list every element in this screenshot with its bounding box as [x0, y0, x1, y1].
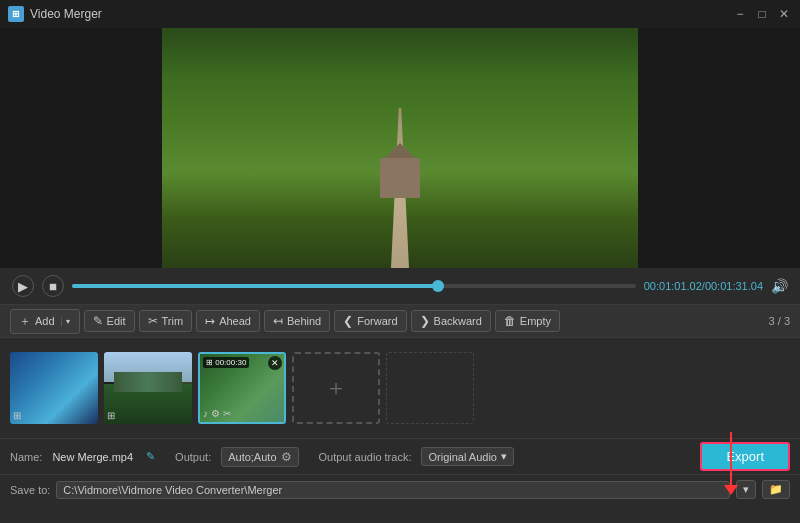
video-area — [0, 28, 800, 268]
clip-item[interactable]: ⊞ — [10, 352, 98, 424]
empty-button[interactable]: 🗑 Empty — [495, 310, 560, 332]
output-label: Output: — [175, 451, 211, 463]
bottom-bar: Name: New Merge.mp4 ✎ Output: Auto;Auto … — [0, 438, 800, 474]
clips-area: ⊞ ⊞ ⊞ 00:00:30 ✕ ♪ ⚙ ✂ ＋ — [0, 338, 800, 438]
forward-icon: ❮ — [343, 314, 353, 328]
app-icon-glyph: ⊞ — [12, 9, 20, 19]
count-badge: 3 / 3 — [769, 315, 790, 327]
audio-select[interactable]: Original Audio ▾ — [421, 447, 514, 466]
behind-icon: ↤ — [273, 314, 283, 328]
add-dropdown-arrow[interactable]: ▾ — [61, 317, 75, 326]
clip-item-selected[interactable]: ⊞ 00:00:30 ✕ ♪ ⚙ ✂ — [198, 352, 286, 424]
backward-label: Backward — [434, 315, 482, 327]
window-controls: − □ ✕ — [732, 6, 792, 22]
backward-button[interactable]: ❯ Backward — [411, 310, 491, 332]
output-select[interactable]: Auto;Auto ⚙ — [221, 447, 298, 467]
time-display: 00:01:01.02/00:01:31.04 — [644, 280, 763, 292]
progress-thumb — [432, 280, 444, 292]
ahead-label: Ahead — [219, 315, 251, 327]
title-bar: ⊞ Video Merger − □ ✕ — [0, 0, 800, 28]
forward-button[interactable]: ❮ Forward — [334, 310, 406, 332]
maximize-button[interactable]: □ — [754, 6, 770, 22]
add-clip-icon: ＋ — [325, 373, 347, 403]
export-button[interactable]: Export — [700, 442, 790, 471]
edit-label: Edit — [107, 315, 126, 327]
add-button[interactable]: ＋ Add ▾ — [10, 309, 80, 334]
clip-audio-icon: ♪ — [203, 408, 208, 419]
clip-grid-icon: ⊞ — [107, 410, 115, 421]
audio-dropdown-icon: ▾ — [501, 450, 507, 463]
play-button[interactable]: ▶ — [12, 275, 34, 297]
clip-timecode: ⊞ 00:00:30 — [203, 357, 249, 368]
progress-filled — [72, 284, 438, 288]
output-value: Auto;Auto — [228, 451, 276, 463]
empty-icon: 🗑 — [504, 314, 516, 328]
video-preview — [162, 28, 638, 268]
toolbar: ＋ Add ▾ ✎ Edit ✂ Trim ↦ Ahead ↤ Behind ❮… — [0, 304, 800, 338]
stop-icon: ■ — [49, 279, 57, 294]
clip-cut-icon: ✂ — [223, 408, 231, 419]
output-gear-icon: ⚙ — [281, 450, 292, 464]
name-value: New Merge.mp4 — [52, 451, 133, 463]
controls-bar: ▶ ■ 00:01:01.02/00:01:31.04 🔊 — [0, 268, 800, 304]
close-button[interactable]: ✕ — [776, 6, 792, 22]
stop-button[interactable]: ■ — [42, 275, 64, 297]
clip-2-icons: ⊞ — [107, 410, 115, 421]
forward-label: Forward — [357, 315, 397, 327]
edit-icon: ✎ — [93, 314, 103, 328]
save-to-label: Save to: — [10, 484, 50, 496]
ahead-button[interactable]: ↦ Ahead — [196, 310, 260, 332]
trim-icon: ✂ — [148, 314, 158, 328]
clip-1-icons: ⊞ — [13, 410, 21, 421]
browse-folder-button[interactable]: 📁 — [762, 480, 790, 499]
minimize-button[interactable]: − — [732, 6, 748, 22]
save-path-display: C:\Vidmore\Vidmore Video Converter\Merge… — [56, 481, 730, 499]
volume-icon[interactable]: 🔊 — [771, 278, 788, 294]
name-edit-icon[interactable]: ✎ — [146, 450, 155, 463]
backward-icon: ❯ — [420, 314, 430, 328]
trim-label: Trim — [162, 315, 184, 327]
clip-placeholder — [386, 352, 474, 424]
app-icon: ⊞ — [8, 6, 24, 22]
empty-label: Empty — [520, 315, 551, 327]
progress-bar[interactable] — [72, 284, 636, 288]
play-icon: ▶ — [18, 279, 28, 294]
add-icon: ＋ — [19, 313, 31, 330]
clip-item[interactable]: ⊞ — [104, 352, 192, 424]
save-bar: Save to: C:\Vidmore\Vidmore Video Conver… — [0, 474, 800, 504]
behind-label: Behind — [287, 315, 321, 327]
behind-button[interactable]: ↤ Behind — [264, 310, 330, 332]
clip-grid-icon: ⊞ — [13, 410, 21, 421]
dropdown-arrow-button[interactable]: ▾ — [736, 480, 756, 499]
audio-label: Output audio track: — [319, 451, 412, 463]
ahead-icon: ↦ — [205, 314, 215, 328]
clip-close-button[interactable]: ✕ — [268, 356, 282, 370]
trim-button[interactable]: ✂ Trim — [139, 310, 193, 332]
add-label: Add — [35, 315, 55, 327]
video-monument — [380, 158, 420, 198]
title-bar-text: Video Merger — [30, 7, 726, 21]
audio-value: Original Audio — [428, 451, 497, 463]
clip-settings-icon: ⚙ — [211, 408, 220, 419]
clip-3-icons: ♪ ⚙ ✂ — [203, 408, 231, 419]
name-label: Name: — [10, 451, 42, 463]
edit-button[interactable]: ✎ Edit — [84, 310, 135, 332]
add-clip-button[interactable]: ＋ — [292, 352, 380, 424]
